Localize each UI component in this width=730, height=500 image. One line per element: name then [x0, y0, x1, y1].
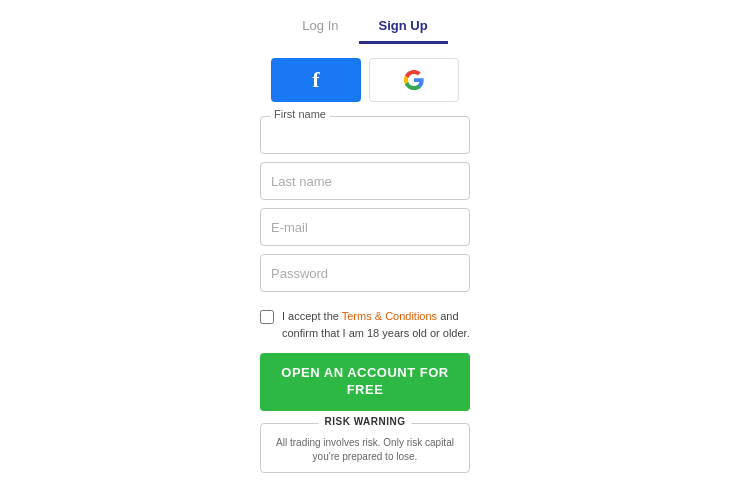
first-name-input[interactable]	[260, 116, 470, 154]
risk-warning-text: All trading involves risk. Only risk cap…	[271, 436, 459, 464]
terms-conditions-link[interactable]: Terms & Conditions	[342, 310, 437, 322]
password-input[interactable]	[260, 254, 470, 292]
email-input[interactable]	[260, 208, 470, 246]
facebook-button[interactable]: f	[271, 58, 361, 102]
facebook-icon: f	[312, 67, 319, 93]
risk-warning-title: RISK WARNING	[319, 416, 412, 427]
terms-label: I accept the Terms & Conditions and conf…	[282, 308, 470, 341]
google-icon	[403, 69, 425, 91]
auth-tabs: Log In Sign Up	[260, 10, 470, 44]
terms-text-before: I accept the	[282, 310, 342, 322]
password-field-wrapper	[260, 254, 470, 292]
open-account-line2: FREE	[347, 382, 384, 397]
tab-login[interactable]: Log In	[282, 10, 358, 44]
terms-checkbox-area: I accept the Terms & Conditions and conf…	[260, 308, 470, 341]
social-buttons: f	[260, 58, 470, 102]
open-account-line1: OPEN AN ACCOUNT FOR	[281, 365, 448, 380]
last-name-field-wrapper	[260, 162, 470, 200]
first-name-field-wrapper: First name	[260, 116, 470, 154]
page-container: Log In Sign Up f First name	[0, 0, 730, 500]
tab-signup[interactable]: Sign Up	[359, 10, 448, 44]
terms-checkbox[interactable]	[260, 310, 274, 324]
open-account-button[interactable]: OPEN AN ACCOUNT FOR FREE	[260, 353, 470, 411]
first-name-label: First name	[270, 108, 330, 120]
google-button[interactable]	[369, 58, 459, 102]
signup-form: First name	[260, 116, 470, 300]
last-name-input[interactable]	[260, 162, 470, 200]
risk-warning-box: RISK WARNING All trading involves risk. …	[260, 423, 470, 473]
email-field-wrapper	[260, 208, 470, 246]
signup-card: Log In Sign Up f First name	[260, 10, 470, 500]
